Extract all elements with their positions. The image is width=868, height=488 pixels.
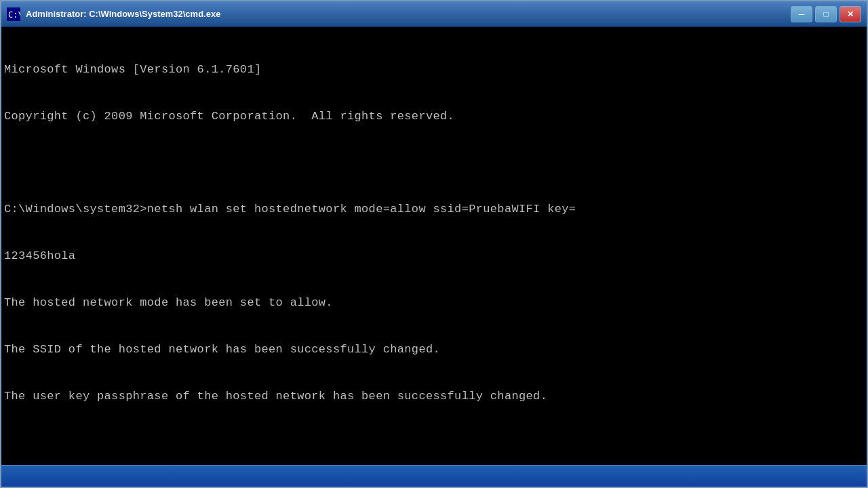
cmd-icon: C:\ [7,7,20,21]
terminal-line-7: The SSID of the hosted network has been … [4,342,864,358]
terminal-line-1: Microsoft Windows [Version 6.1.7601] [4,62,864,78]
minimize-button[interactable]: ─ [791,6,812,22]
cmd-window: C:\ Administrator: C:\Windows\System32\c… [0,0,868,488]
terminal-line-8: The user key passphrase of the hosted ne… [4,389,864,405]
terminal-line-3 [4,156,864,171]
close-button[interactable]: ✕ [840,6,861,22]
terminal-content: Microsoft Windows [Version 6.1.7601] Cop… [4,31,864,465]
title-bar: C:\ Administrator: C:\Windows\System32\c… [1,1,867,27]
svg-text:C:\: C:\ [8,10,20,20]
maximize-button[interactable]: □ [815,6,837,22]
terminal-line-6: The hosted network mode has been set to … [4,296,864,311]
terminal-output[interactable]: Microsoft Windows [Version 6.1.7601] Cop… [1,27,867,465]
taskbar [1,465,867,487]
terminal-line-5: 123456hola [4,249,864,264]
terminal-line-9 [4,435,864,451]
window-controls: ─ □ ✕ [791,6,861,22]
terminal-line-4: C:\Windows\system32>netsh wlan set hoste… [4,202,864,218]
window-title: Administrator: C:\Windows\System32\cmd.e… [26,9,791,19]
terminal-line-2: Copyright (c) 2009 Microsoft Corporation… [4,109,864,125]
